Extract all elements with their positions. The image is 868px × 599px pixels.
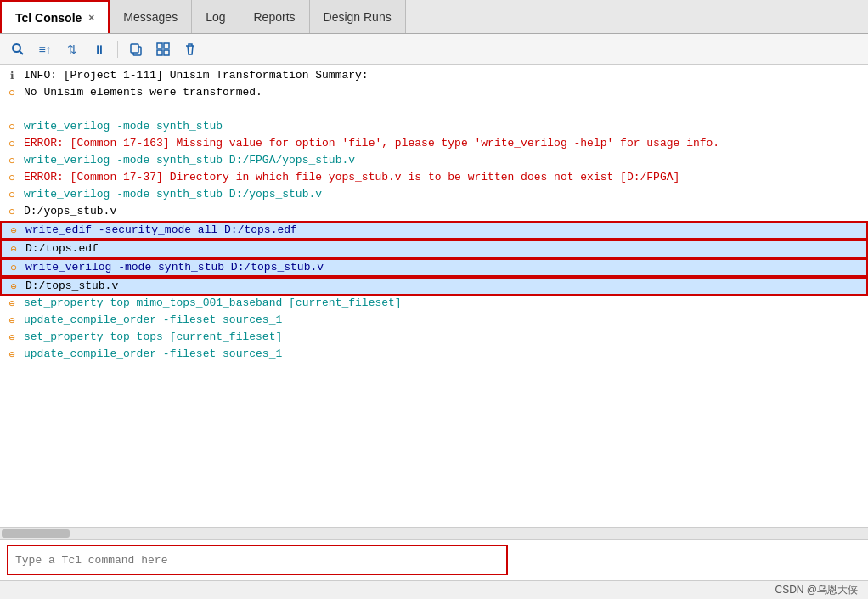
- tab-tcl-console[interactable]: Tcl Console ×: [0, 0, 110, 33]
- console-line: ⊖ set_property top mimo_tops_001_baseban…: [0, 296, 868, 313]
- grid-button[interactable]: [152, 38, 174, 60]
- console-text: write_edif -security_mode all D:/tops.ed…: [25, 223, 866, 236]
- console-line: [0, 102, 868, 119]
- console-text: update_compile_order -fileset sources_1: [24, 314, 868, 326]
- tab-messages[interactable]: Messages: [110, 0, 192, 33]
- tab-log[interactable]: Log: [192, 0, 240, 33]
- warning-icon: ⊖: [2, 223, 25, 237]
- tab-reports[interactable]: Reports: [240, 0, 310, 33]
- svg-rect-3: [131, 44, 138, 53]
- console-area[interactable]: ℹ INFO: [Project 1-111] Unisim Transform…: [0, 65, 868, 527]
- console-text: D:/tops.edf: [25, 242, 866, 255]
- warning-icon: ⊖: [0, 120, 24, 133]
- console-line: ℹ INFO: [Project 1-111] Unisim Transform…: [0, 68, 868, 85]
- console-text: write_verilog -mode synth_stub D:/FPGA/y…: [24, 154, 868, 167]
- console-line-highlighted: ⊖ write_verilog -mode synth_stub D:/tops…: [0, 258, 868, 277]
- svg-rect-4: [157, 43, 162, 48]
- console-line: ⊖ set_property top tops [current_fileset…: [0, 330, 868, 347]
- scroll-top-button[interactable]: ≡↑: [34, 38, 56, 60]
- warning-icon: ⊖: [0, 188, 24, 201]
- warning-icon: ⊖: [2, 242, 25, 256]
- console-line: ⊖ update_compile_order -fileset sources_…: [0, 347, 868, 364]
- console-line: ⊖ write_verilog -mode synth_stub D:/FPGA…: [0, 153, 868, 170]
- console-text: write_verilog -mode synth_stub: [24, 120, 868, 133]
- tab-design-runs[interactable]: Design Runs: [310, 0, 406, 33]
- toolbar: ≡↑ ⇅ ⏸: [0, 34, 868, 65]
- warning-icon: ⊖: [2, 280, 25, 293]
- toolbar-divider: [117, 41, 118, 58]
- scroll-bottom-button[interactable]: ⇅: [61, 38, 83, 60]
- svg-rect-5: [164, 43, 169, 48]
- horizontal-scrollbar[interactable]: [0, 527, 868, 539]
- console-line: ⊖ No Unisim elements were transformed.: [0, 85, 868, 102]
- console-line: ⊖ ERROR: [Common 17-37] Directory in whi…: [0, 170, 868, 187]
- console-text: [24, 103, 868, 116]
- console-line: ⊖ write_verilog -mode synth_stub: [0, 119, 868, 136]
- console-text: ERROR: [Common 17-37] Directory in which…: [24, 171, 868, 184]
- tab-design-runs-label: Design Runs: [324, 10, 392, 24]
- tab-messages-label: Messages: [123, 10, 178, 24]
- clear-button[interactable]: [179, 38, 201, 60]
- tab-tcl-console-label: Tcl Console: [15, 11, 82, 25]
- tab-reports-label: Reports: [254, 10, 296, 24]
- console-text: write_verilog -mode synth_stub D:/yops_s…: [24, 188, 868, 201]
- pause-button[interactable]: ⏸: [88, 38, 110, 60]
- tcl-command-input[interactable]: [7, 545, 508, 575]
- console-text: No Unisim elements were transformed.: [24, 86, 868, 99]
- tab-close-icon[interactable]: ×: [88, 12, 94, 24]
- warning-icon: ⊖: [0, 137, 24, 150]
- console-line: ⊖ ERROR: [Common 17-163] Missing value f…: [0, 136, 868, 153]
- footer-text: CSDN @乌恩大侠: [775, 583, 858, 597]
- spacer-icon: [0, 103, 24, 104]
- scrollbar-thumb[interactable]: [2, 529, 70, 538]
- console-text: D:/tops_stub.v: [25, 280, 866, 292]
- console-line-highlighted: ⊖ D:/tops_stub.v: [0, 277, 868, 296]
- svg-line-1: [20, 51, 23, 54]
- warning-icon: ⊖: [0, 348, 24, 361]
- console-line: ⊖ write_verilog -mode synth_stub D:/yops…: [0, 187, 868, 204]
- copy-button[interactable]: [125, 38, 147, 60]
- info-icon: ℹ: [0, 69, 24, 82]
- console-text: ERROR: [Common 17-163] Missing value for…: [24, 137, 868, 150]
- console-line-highlighted: ⊖ D:/tops.edf: [0, 240, 868, 258]
- search-button[interactable]: [7, 38, 29, 60]
- warning-icon: ⊖: [0, 314, 24, 327]
- warning-icon: ⊖: [0, 205, 24, 218]
- tab-bar: Tcl Console × Messages Log Reports Desig…: [0, 0, 868, 34]
- svg-rect-7: [164, 50, 169, 55]
- console-line-highlighted: ⊖ write_edif -security_mode all D:/tops.…: [0, 221, 868, 240]
- svg-rect-6: [157, 50, 162, 55]
- footer: CSDN @乌恩大侠: [0, 580, 868, 599]
- warning-icon: ⊖: [0, 171, 24, 184]
- warning-icon: ⊖: [2, 261, 25, 274]
- console-line: ⊖ D:/yops_stub.v: [0, 204, 868, 221]
- warning-icon: ⊖: [0, 331, 24, 344]
- console-text: INFO: [Project 1-111] Unisim Transformat…: [24, 69, 868, 82]
- console-text: D:/yops_stub.v: [24, 205, 868, 218]
- input-area: [0, 539, 868, 580]
- console-text: write_verilog -mode synth_stub D:/tops_s…: [25, 261, 866, 274]
- console-text: update_compile_order -fileset sources_1: [24, 348, 868, 360]
- console-text: set_property top mimo_tops_001_baseband …: [24, 297, 868, 309]
- console-text: set_property top tops [current_fileset]: [24, 331, 868, 343]
- warning-icon: ⊖: [0, 154, 24, 167]
- warning-icon: ⊖: [0, 86, 24, 99]
- warning-icon: ⊖: [0, 297, 24, 310]
- svg-point-0: [13, 44, 20, 52]
- tab-log-label: Log: [206, 10, 225, 24]
- console-line: ⊖ update_compile_order -fileset sources_…: [0, 313, 868, 330]
